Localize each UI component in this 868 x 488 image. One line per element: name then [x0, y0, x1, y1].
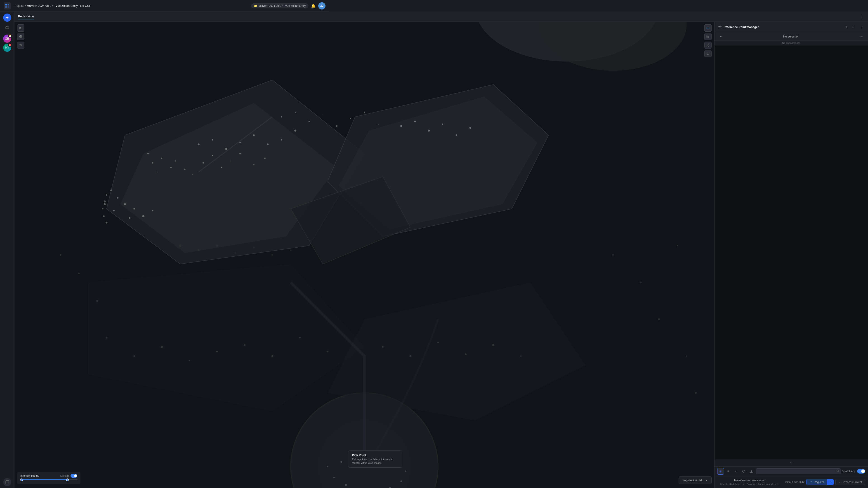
svg-point-24	[157, 171, 158, 172]
svg-point-28	[192, 174, 193, 175]
svg-point-89	[267, 143, 269, 145]
svg-point-29	[203, 162, 204, 164]
svg-point-32	[230, 160, 231, 161]
subheader: Registration ⋮	[14, 12, 329, 22]
svg-point-85	[212, 139, 213, 141]
main-area: Registration ⋮	[14, 12, 329, 184]
viewer-area[interactable]: Pick Point Pick a point on the lidar poi…	[14, 22, 329, 184]
content-row: Pick Point Pick a point on the lidar poi…	[14, 22, 329, 184]
svg-point-84	[198, 143, 199, 145]
tab-registration[interactable]: Registration	[18, 14, 34, 20]
svg-point-31	[221, 167, 222, 168]
image-tool-button[interactable]	[17, 24, 24, 32]
crop-tool-button[interactable]	[17, 41, 24, 49]
svg-point-35	[264, 158, 266, 159]
user2-badge: 1	[8, 43, 12, 47]
breadcrumb: Projects / Malvern 2024-08-27 - Vue Zolt…	[13, 4, 248, 7]
sidebar: ZE 11 MV 1	[0, 12, 14, 184]
user-avatar[interactable]: Z2	[318, 2, 326, 9]
svg-point-23	[170, 167, 172, 168]
add-button[interactable]	[3, 13, 11, 22]
svg-rect-0	[5, 4, 7, 5]
svg-point-26	[175, 160, 176, 162]
sidebar-divider	[4, 33, 10, 33]
topbar: Projects / Malvern 2024-08-27 - Vue Zolt…	[0, 0, 329, 12]
svg-point-87	[239, 142, 241, 143]
app-logo[interactable]	[4, 2, 11, 9]
sidebar-item-user2[interactable]: MV 1	[3, 43, 11, 52]
svg-point-91	[294, 130, 296, 132]
globe-tool-button[interactable]	[17, 33, 24, 40]
svg-point-34	[253, 164, 254, 165]
sidebar-item-folder[interactable]	[3, 24, 11, 32]
svg-rect-2	[5, 6, 7, 8]
svg-point-86	[225, 148, 227, 150]
svg-point-25	[147, 153, 149, 155]
svg-point-30	[212, 155, 213, 156]
svg-point-33	[239, 153, 241, 155]
svg-point-39	[322, 115, 323, 116]
viewer-left-toolbar	[17, 24, 24, 49]
svg-point-88	[253, 134, 254, 136]
point-cloud-view: Pick Point Pick a point on the lidar poi…	[14, 22, 329, 184]
user1-badge: 11	[8, 34, 12, 38]
svg-point-22	[161, 158, 162, 159]
sidebar-item-user1[interactable]: ZE 11	[3, 35, 11, 43]
svg-point-134	[20, 27, 21, 28]
svg-point-37	[295, 111, 296, 113]
svg-rect-1	[8, 4, 9, 5]
svg-point-90	[281, 139, 282, 141]
topbar-right: 🔔 Z2	[311, 2, 326, 9]
svg-point-38	[309, 121, 310, 122]
notification-bell-icon[interactable]: 🔔	[311, 4, 315, 8]
svg-point-27	[184, 168, 186, 170]
svg-point-36	[281, 116, 282, 118]
folder-icon: 📁	[254, 4, 257, 7]
svg-rect-3	[8, 6, 9, 8]
svg-point-21	[152, 162, 153, 164]
project-badge[interactable]: 📁 Malvern 2024-08-27 - Vue Zoltan Emily	[251, 3, 308, 8]
